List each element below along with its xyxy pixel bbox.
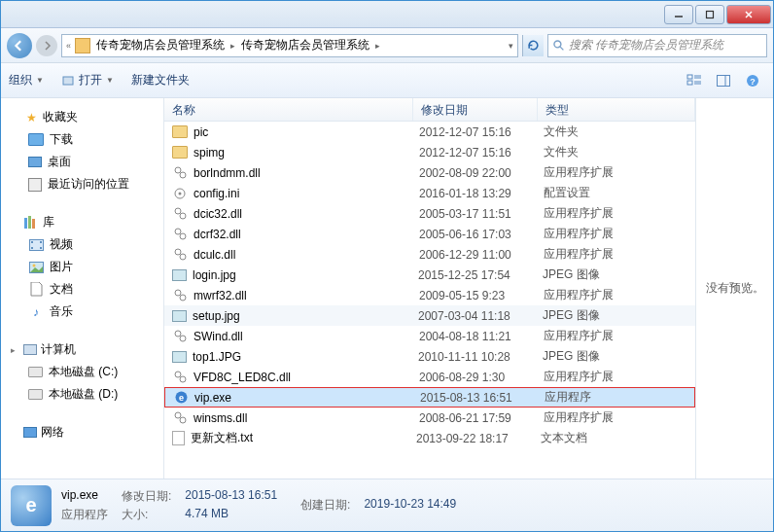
svg-rect-6: [63, 77, 73, 85]
network-group[interactable]: 网络: [5, 421, 159, 443]
open-button[interactable]: 打开 ▼: [61, 72, 114, 89]
file-date: 2012-12-07 15:16: [419, 146, 544, 160]
svg-rect-18: [28, 216, 31, 229]
file-row[interactable]: dcrf32.dll2005-06-16 17:03应用程序扩展: [164, 224, 695, 244]
file-name: vip.exe: [194, 391, 420, 405]
favorites-group[interactable]: ★收藏夹: [5, 106, 159, 128]
file-type: JPEG 图像: [543, 307, 600, 324]
column-date[interactable]: 修改日期: [413, 98, 538, 121]
file-row[interactable]: winsms.dll2008-06-21 17:59应用程序扩展: [164, 408, 695, 428]
open-icon: [61, 74, 75, 88]
file-type: 文本文档: [541, 430, 587, 446]
sidebar-item-drive-c[interactable]: 本地磁盘 (C:): [5, 361, 159, 383]
image-icon: [172, 310, 187, 322]
file-row[interactable]: borlndmm.dll2002-08-09 22:00应用程序扩展: [164, 162, 695, 183]
image-icon: [172, 269, 187, 281]
maximize-button[interactable]: [695, 5, 724, 24]
dll-icon: [172, 370, 188, 385]
status-mdate: 2015-08-13 16:51: [185, 488, 277, 505]
sidebar-item-pictures[interactable]: 图片: [5, 256, 159, 278]
dll-icon: [172, 247, 188, 263]
file-row[interactable]: SWind.dll2004-08-18 11:21应用程序扩展: [164, 326, 695, 346]
navigation-bar: « 传奇宠物店会员管理系统 ▸ 传奇宠物店会员管理系统 ▸ ▾ 搜索 传奇宠物店…: [1, 28, 773, 63]
close-button[interactable]: [726, 5, 771, 24]
file-type: 应用程序: [545, 389, 591, 406]
column-type[interactable]: 类型: [538, 98, 695, 121]
titlebar: [1, 1, 773, 28]
refresh-button[interactable]: [522, 35, 544, 56]
column-name[interactable]: 名称: [164, 98, 413, 121]
minimize-button[interactable]: [664, 5, 693, 24]
sidebar-item-desktop[interactable]: 桌面: [5, 151, 159, 173]
search-icon: [552, 39, 565, 52]
folder-icon: [75, 38, 90, 53]
chevron-right-icon[interactable]: ▸: [230, 41, 235, 51]
breadcrumb-segment[interactable]: 传奇宠物店会员管理系统: [94, 35, 227, 55]
file-date: 2012-12-07 15:16: [419, 125, 544, 139]
computer-group[interactable]: ▸计算机: [5, 338, 159, 361]
file-type: 应用程序扩展: [544, 328, 614, 344]
address-bar[interactable]: « 传奇宠物店会员管理系统 ▸ 传奇宠物店会员管理系统 ▸ ▾: [61, 34, 518, 57]
file-list: 名称 修改日期 类型 pic2012-12-07 15:16文件夹spimg20…: [164, 98, 695, 479]
sidebar-item-recent[interactable]: 最近访问的位置: [5, 173, 159, 195]
file-row[interactable]: login.jpg2015-12-25 17:54JPEG 图像: [164, 265, 695, 285]
dll-icon: [172, 206, 188, 222]
dll-icon: [172, 329, 188, 344]
help-button[interactable]: ?: [740, 70, 765, 91]
file-row[interactable]: dcic32.dll2005-03-17 11:51应用程序扩展: [164, 203, 695, 224]
file-date: 2009-05-15 9:23: [419, 289, 544, 302]
file-type: JPEG 图像: [543, 266, 600, 283]
file-date: 2005-03-17 11:51: [419, 207, 544, 221]
computer-icon: [23, 344, 37, 355]
sidebar-item-videos[interactable]: 视频: [5, 233, 159, 256]
file-row[interactable]: spimg2012-12-07 15:16文件夹: [164, 142, 695, 162]
organize-button[interactable]: 组织 ▼: [9, 72, 44, 89]
svg-rect-7: [687, 75, 692, 79]
file-row[interactable]: pic2012-12-07 15:16文件夹: [164, 122, 695, 142]
breadcrumb-segment[interactable]: 传奇宠物店会员管理系统: [239, 35, 371, 55]
svg-point-32: [180, 213, 186, 219]
libraries-group[interactable]: 库: [5, 211, 159, 233]
file-row[interactable]: top1.JPG2010-11-11 10:28JPEG 图像: [164, 346, 695, 367]
file-date: 2010-11-11 10:28: [418, 350, 543, 364]
svg-point-39: [175, 331, 181, 337]
dropdown-icon[interactable]: ▾: [509, 41, 513, 51]
svg-text:?: ?: [750, 76, 756, 86]
folder-icon: [172, 125, 188, 138]
file-date: 2006-08-29 1:30: [419, 371, 544, 384]
svg-point-45: [175, 412, 181, 418]
file-row[interactable]: evip.exe2015-08-13 16:51应用程序: [164, 387, 695, 408]
image-icon: [172, 351, 187, 363]
file-row[interactable]: mwrf32.dll2009-05-15 9:23应用程序扩展: [164, 285, 695, 305]
file-row[interactable]: dculc.dll2006-12-29 11:00应用程序扩展: [164, 244, 695, 265]
disclosure-icon: [11, 428, 19, 437]
file-row[interactable]: config.ini2016-01-18 13:29配置设置: [164, 183, 695, 203]
forward-button[interactable]: [36, 35, 57, 56]
file-date: 2015-08-13 16:51: [420, 391, 545, 405]
sidebar-item-drive-d[interactable]: 本地磁盘 (D:): [5, 383, 159, 406]
sidebar-item-downloads[interactable]: 下载: [5, 128, 159, 151]
sidebar-item-music[interactable]: ♪音乐: [5, 301, 159, 323]
file-type: 配置设置: [544, 185, 590, 201]
file-type: 文件夹: [544, 144, 579, 160]
chevron-right-icon[interactable]: ▸: [375, 41, 380, 51]
view-options-button[interactable]: [682, 70, 707, 91]
new-folder-button[interactable]: 新建文件夹: [131, 72, 190, 89]
drive-icon: [28, 389, 43, 400]
file-date: 2008-06-21 17:59: [419, 411, 544, 425]
file-row[interactable]: 更新文档.txt2013-09-22 18:17文本文档: [164, 428, 695, 448]
back-button[interactable]: [7, 33, 32, 58]
svg-text:e: e: [178, 393, 183, 403]
file-name: mwrf32.dll: [194, 289, 419, 302]
search-input[interactable]: 搜索 传奇宠物店会员管理系统: [547, 34, 767, 57]
file-row[interactable]: setup.jpg2007-03-04 11:18JPEG 图像: [164, 305, 695, 326]
file-type: 应用程序扩展: [544, 246, 614, 263]
chevron-left-icon[interactable]: «: [66, 41, 71, 51]
status-cdate-label: 创建日期:: [300, 497, 350, 514]
file-name: spimg: [194, 146, 419, 160]
details-pane: e vip.exe 修改日期: 2015-08-13 16:51 应用程序 大小…: [1, 479, 773, 531]
file-row[interactable]: VFD8C_LED8C.dll2006-08-29 1:30应用程序扩展: [164, 367, 695, 387]
preview-pane-button[interactable]: [711, 70, 736, 91]
svg-point-27: [175, 167, 181, 173]
sidebar-item-documents[interactable]: 文档: [5, 278, 159, 301]
